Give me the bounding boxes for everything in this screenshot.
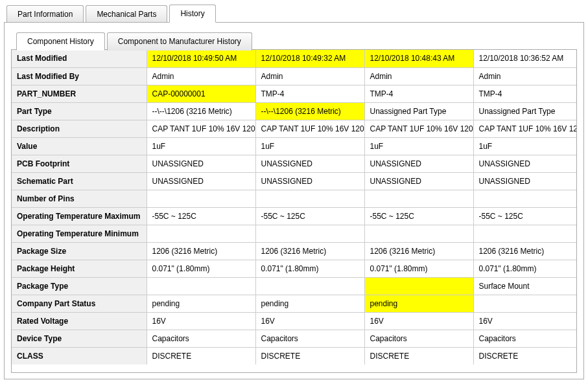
history-cell[interactable]: DISCRETE	[473, 347, 577, 365]
row-label: Schematic Part	[12, 172, 147, 190]
tab-history[interactable]: History	[169, 5, 215, 23]
main-tabs: Part Information Mechanical Parts Histor…	[6, 4, 584, 22]
history-cell[interactable]: DISCRETE	[255, 347, 364, 365]
history-cell[interactable]: UNASSIGNED	[473, 172, 577, 190]
history-cell[interactable]	[147, 225, 255, 242]
history-cell[interactable]: TMP-4	[473, 85, 577, 102]
history-cell[interactable]	[255, 225, 364, 242]
row-label: Package Size	[12, 242, 147, 260]
history-cell[interactable]: Capacitors	[473, 330, 577, 347]
history-cell[interactable]: Unassigned Part Type	[473, 102, 577, 120]
row-label: PART_NUMBER	[12, 85, 147, 102]
history-cell[interactable]: Capacitors	[255, 330, 364, 347]
history-table: Last Modified12/10/2018 10:49:50 AM12/10…	[12, 50, 577, 365]
history-cell[interactable]: UNASSIGNED	[473, 155, 577, 172]
history-cell[interactable]: 16V	[473, 312, 577, 330]
history-cell[interactable]: Admin	[364, 67, 473, 85]
history-cell[interactable]: CAP TANT 1UF 10% 16V 1206	[255, 120, 364, 137]
row-label: Device Type	[12, 330, 147, 347]
history-cell[interactable]: UNASSIGNED	[364, 155, 473, 172]
history-cell[interactable]: CAP-00000001	[147, 85, 255, 102]
history-cell[interactable]: Capacitors	[364, 330, 473, 347]
history-cell[interactable]	[364, 277, 473, 295]
history-cell[interactable]: 0.071" (1.80mm)	[364, 260, 473, 277]
table-row: Part Type--\--\1206 (3216 Metric)--\--\1…	[12, 102, 577, 120]
table-row: Package Height0.071" (1.80mm)0.071" (1.8…	[12, 260, 577, 277]
history-cell[interactable]: 1206 (3216 Metric)	[473, 242, 577, 260]
history-panel: Component History Component to Manufactu…	[4, 22, 584, 379]
tab-component-history[interactable]: Component History	[16, 32, 105, 51]
history-cell[interactable]: 1uF	[473, 137, 577, 155]
table-row: Operating Temperature Maximum-55C ~ 125C…	[12, 207, 577, 225]
history-cell[interactable]: TMP-4	[364, 85, 473, 102]
history-cell[interactable]: Capacitors	[147, 330, 255, 347]
history-cell[interactable]: 1206 (3216 Metric)	[147, 242, 255, 260]
history-cell[interactable]	[255, 190, 364, 207]
row-label: Number of Pins	[12, 190, 147, 207]
history-cell[interactable]: UNASSIGNED	[255, 172, 364, 190]
row-label: Package Type	[12, 277, 147, 295]
history-cell[interactable]: --\--\1206 (3216 Metric)	[147, 102, 255, 120]
history-cell[interactable]: CAP TANT 1UF 10% 16V 1206	[364, 120, 473, 137]
history-cell[interactable]: DISCRETE	[147, 347, 255, 365]
history-cell[interactable]: 1206 (3216 Metric)	[364, 242, 473, 260]
row-label: Last Modified By	[12, 67, 147, 85]
history-cell[interactable]: -55C ~ 125C	[364, 207, 473, 225]
history-cell[interactable]: -55C ~ 125C	[147, 207, 255, 225]
row-label: Last Modified	[12, 50, 147, 67]
history-cell[interactable]: Admin	[147, 67, 255, 85]
history-cell[interactable]: Admin	[473, 67, 577, 85]
history-cell[interactable]: 1206 (3216 Metric)	[255, 242, 364, 260]
history-cell[interactable]: 16V	[364, 312, 473, 330]
history-cell[interactable]: pending	[364, 295, 473, 312]
history-cell[interactable]: 1uF	[364, 137, 473, 155]
tab-mechanical-parts[interactable]: Mechanical Parts	[86, 5, 167, 23]
history-cell[interactable]	[147, 277, 255, 295]
row-label: Package Height	[12, 260, 147, 277]
history-cell[interactable]: pending	[147, 295, 255, 312]
history-cell[interactable]	[473, 295, 577, 312]
history-cell[interactable]: CAP TANT 1UF 10% 16V 1206	[473, 120, 577, 137]
history-cell[interactable]	[255, 277, 364, 295]
history-cell[interactable]: UNASSIGNED	[147, 155, 255, 172]
history-cell[interactable]: TMP-4	[255, 85, 364, 102]
history-cell[interactable]: CAP TANT 1UF 10% 16V 1206	[147, 120, 255, 137]
table-row: Last Modified ByAdminAdminAdminAdmin	[12, 67, 577, 85]
history-cell[interactable]: 16V	[147, 312, 255, 330]
history-cell[interactable]: 12/10/2018 10:49:50 AM	[147, 50, 255, 67]
table-row: Package Size1206 (3216 Metric)1206 (3216…	[12, 242, 577, 260]
history-cell[interactable]: UNASSIGNED	[364, 172, 473, 190]
history-cell[interactable]: UNASSIGNED	[147, 172, 255, 190]
history-cell[interactable]: UNASSIGNED	[255, 155, 364, 172]
history-cell[interactable]: DISCRETE	[364, 347, 473, 365]
tab-part-information[interactable]: Part Information	[6, 5, 84, 23]
history-cell[interactable]	[147, 190, 255, 207]
row-label: Operating Temperature Maximum	[12, 207, 147, 225]
history-cell[interactable]	[473, 190, 577, 207]
history-cell[interactable]	[364, 190, 473, 207]
history-cell[interactable]: Admin	[255, 67, 364, 85]
table-row: Schematic PartUNASSIGNEDUNASSIGNEDUNASSI…	[12, 172, 577, 190]
history-cell[interactable]: -55C ~ 125C	[473, 207, 577, 225]
history-cell[interactable]: 12/10/2018 10:36:52 AM	[473, 50, 577, 67]
history-cell[interactable]: 12/10/2018 10:49:32 AM	[255, 50, 364, 67]
history-cell[interactable]: 1uF	[255, 137, 364, 155]
history-cell[interactable]: 12/10/2018 10:48:43 AM	[364, 50, 473, 67]
history-cell[interactable]: pending	[255, 295, 364, 312]
history-cell[interactable]: 1uF	[147, 137, 255, 155]
history-cell[interactable]	[364, 225, 473, 242]
history-cell[interactable]: Surface Mount	[473, 277, 577, 295]
history-cell[interactable]: -55C ~ 125C	[255, 207, 364, 225]
history-cell[interactable]: 0.071" (1.80mm)	[255, 260, 364, 277]
history-cell[interactable]: 16V	[255, 312, 364, 330]
history-cell[interactable]	[473, 225, 577, 242]
history-cell[interactable]: 0.071" (1.80mm)	[147, 260, 255, 277]
sub-tabs: Component History Component to Manufactu…	[16, 32, 577, 50]
history-cell[interactable]: 0.071" (1.80mm)	[473, 260, 577, 277]
table-row: Company Part Statuspendingpendingpending	[12, 295, 577, 312]
row-label: CLASS	[12, 347, 147, 365]
history-cell[interactable]: Unassigned Part Type	[364, 102, 473, 120]
tab-component-to-manufacturer-history[interactable]: Component to Manufacturer History	[107, 32, 252, 51]
history-cell[interactable]: --\--\1206 (3216 Metric)	[255, 102, 364, 120]
table-row: PART_NUMBERCAP-00000001TMP-4TMP-4TMP-4	[12, 85, 577, 102]
